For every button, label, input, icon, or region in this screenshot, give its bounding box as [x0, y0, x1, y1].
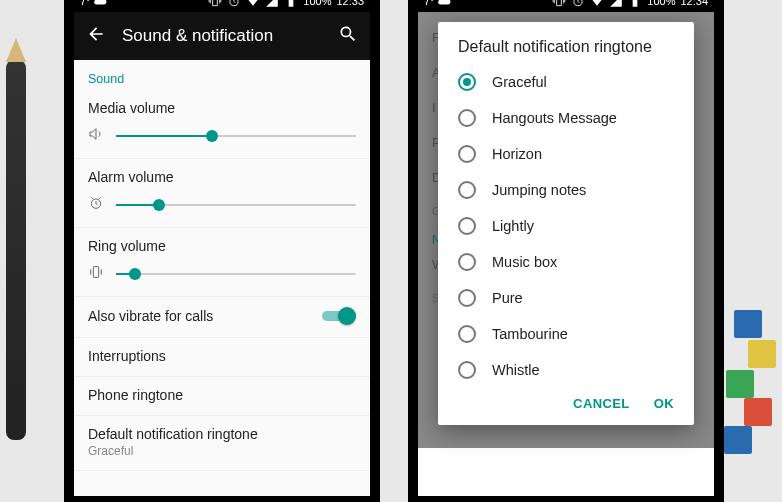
cloud-icon: [437, 0, 451, 8]
setting-ring-volume: Ring volume: [74, 228, 370, 297]
alarm-icon: [227, 0, 241, 8]
section-header-sound: Sound: [74, 60, 370, 90]
nav-bar: [418, 496, 714, 502]
media-volume-slider[interactable]: [116, 135, 356, 137]
ringtone-option-label: Pure: [492, 290, 523, 306]
ringtone-option[interactable]: Whistle: [438, 352, 694, 388]
ringtone-option-label: Jumping notes: [492, 182, 586, 198]
ringtone-option[interactable]: Pure: [438, 280, 694, 316]
radio-icon: [458, 325, 476, 343]
status-bar: 7° 100% 12:34: [418, 0, 714, 12]
setting-default-ringtone[interactable]: Default notification ringtone Graceful: [74, 416, 370, 471]
setting-vibrate-calls[interactable]: Also vibrate for calls: [74, 297, 370, 338]
battery-icon: [284, 0, 298, 8]
vibrate-calls-switch[interactable]: [322, 307, 356, 325]
app-bar: Sound & notification: [74, 12, 370, 60]
ok-button[interactable]: OK: [654, 396, 674, 411]
ringtone-option-label: Graceful: [492, 74, 547, 90]
screen-left: 7° 100% 12:33 Sound & notification Sound: [74, 0, 370, 496]
dialog-title: Default notification ringtone: [438, 38, 694, 64]
media-volume-label: Media volume: [88, 100, 356, 116]
vibrate-icon: [208, 0, 222, 8]
phone-ringtone-label: Phone ringtone: [88, 387, 356, 403]
default-ringtone-value: Graceful: [88, 444, 356, 458]
ringtone-options-list: GracefulHangouts MessageHorizonJumping n…: [438, 64, 694, 388]
ringtone-option[interactable]: Tambourine: [438, 316, 694, 352]
search-button[interactable]: [338, 24, 358, 48]
decorative-pencil: [6, 60, 26, 440]
radio-icon: [458, 109, 476, 127]
page-title: Sound & notification: [122, 26, 273, 46]
nav-bar: [74, 496, 370, 502]
radio-icon: [458, 289, 476, 307]
status-time: 12:33: [336, 0, 364, 7]
cell-signal-icon: [609, 0, 623, 8]
setting-interruptions[interactable]: Interruptions: [74, 338, 370, 377]
alarm-clock-icon: [88, 195, 104, 215]
ringtone-option-label: Music box: [492, 254, 557, 270]
settings-list[interactable]: Sound Media volume Alarm volume: [74, 60, 370, 496]
setting-alarm-volume: Alarm volume: [74, 159, 370, 228]
svg-rect-2: [93, 267, 98, 278]
radio-icon: [458, 73, 476, 91]
speaker-icon: [88, 126, 104, 146]
alarm-volume-slider[interactable]: [116, 204, 356, 206]
setting-media-volume: Media volume: [74, 90, 370, 159]
phone-vibrate-icon: [88, 264, 104, 284]
alarm-volume-label: Alarm volume: [88, 169, 356, 185]
battery-icon: [628, 0, 642, 8]
ring-volume-label: Ring volume: [88, 238, 356, 254]
vibrate-calls-label: Also vibrate for calls: [88, 308, 322, 324]
radio-icon: [458, 361, 476, 379]
ringtone-option[interactable]: Graceful: [438, 64, 694, 100]
ringtone-option[interactable]: Hangouts Message: [438, 100, 694, 136]
phone-right: 7° 100% 12:34 R A I P D G N: [408, 0, 724, 502]
ring-volume-slider[interactable]: [116, 273, 356, 275]
phone-left: 7° 100% 12:33 Sound & notification Sound: [64, 0, 380, 502]
ringtone-dialog: Default notification ringtone GracefulHa…: [438, 22, 694, 425]
ringtone-option[interactable]: Horizon: [438, 136, 694, 172]
radio-icon: [458, 217, 476, 235]
alarm-icon: [571, 0, 585, 8]
radio-icon: [458, 181, 476, 199]
cancel-button[interactable]: CANCEL: [573, 396, 630, 411]
default-ringtone-label: Default notification ringtone: [88, 426, 356, 442]
status-bar: 7° 100% 12:33: [74, 0, 370, 12]
status-temp: 7°: [80, 0, 91, 7]
radio-icon: [458, 145, 476, 163]
status-battery-pct: 100%: [647, 0, 675, 7]
status-temp: 7°: [424, 0, 435, 7]
ringtone-option-label: Lightly: [492, 218, 534, 234]
ringtone-option-label: Tambourine: [492, 326, 568, 342]
status-time: 12:34: [680, 0, 708, 7]
decorative-cubes: [722, 278, 782, 478]
ringtone-option-label: Horizon: [492, 146, 542, 162]
screen-right: 7° 100% 12:34 R A I P D G N: [418, 0, 714, 496]
radio-icon: [458, 253, 476, 271]
cloud-icon: [93, 0, 107, 8]
interruptions-label: Interruptions: [88, 348, 356, 364]
ringtone-option[interactable]: Music box: [438, 244, 694, 280]
cell-signal-icon: [265, 0, 279, 8]
ringtone-option[interactable]: Lightly: [438, 208, 694, 244]
ringtone-option-label: Whistle: [492, 362, 540, 378]
ringtone-option-label: Hangouts Message: [492, 110, 617, 126]
wifi-icon: [246, 0, 260, 8]
ringtone-option[interactable]: Jumping notes: [438, 172, 694, 208]
setting-phone-ringtone[interactable]: Phone ringtone: [74, 377, 370, 416]
back-button[interactable]: [86, 24, 106, 48]
status-battery-pct: 100%: [303, 0, 331, 7]
wifi-icon: [590, 0, 604, 8]
vibrate-icon: [552, 0, 566, 8]
